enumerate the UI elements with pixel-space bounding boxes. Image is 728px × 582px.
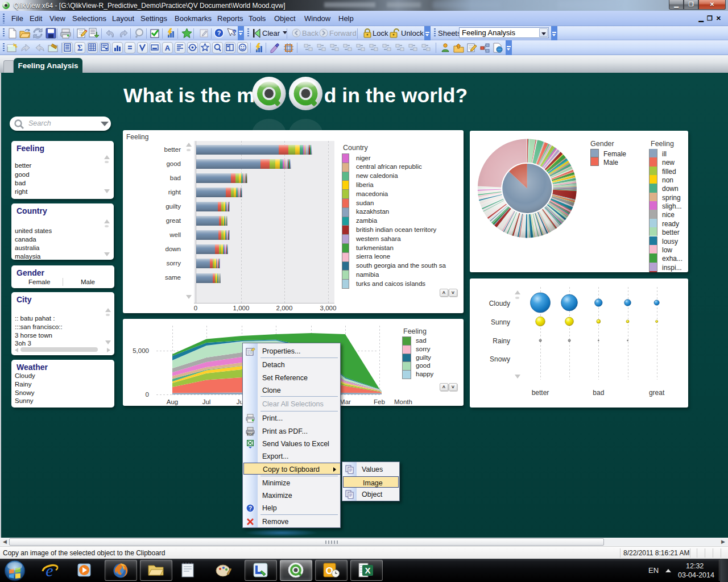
svg-text:?: ? — [232, 28, 237, 36]
svg-text:PDF: PDF — [247, 433, 254, 436]
svg-text:?: ? — [249, 505, 252, 512]
svg-text:X: X — [365, 566, 370, 575]
svg-text:A: A — [165, 44, 171, 52]
svg-text:?: ? — [217, 30, 221, 36]
svg-text:Σ: Σ — [77, 44, 82, 52]
svg-text:e: e — [46, 562, 53, 579]
